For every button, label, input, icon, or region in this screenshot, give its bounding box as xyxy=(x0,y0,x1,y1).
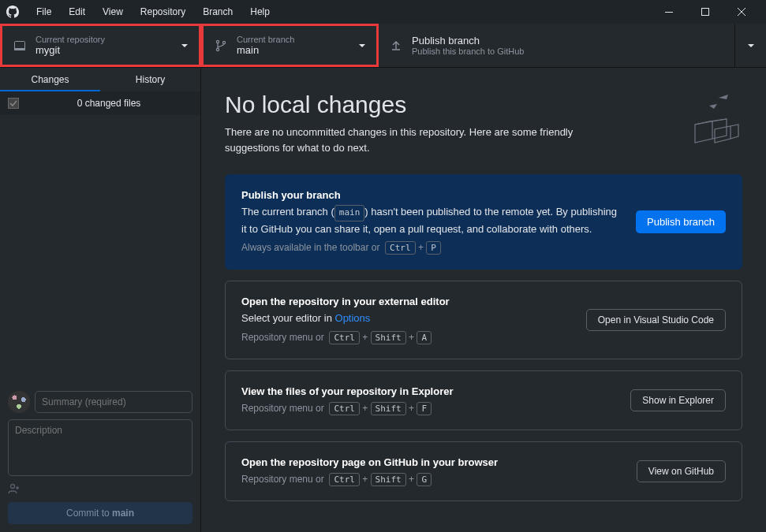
svg-point-6 xyxy=(222,41,225,43)
repo-label: Current repository xyxy=(35,35,175,44)
svg-rect-0 xyxy=(665,12,673,13)
tab-history[interactable]: History xyxy=(100,68,200,91)
publish-branch-button[interactable]: Publish branch xyxy=(636,210,726,233)
add-coauthor-icon[interactable] xyxy=(8,483,192,494)
current-repository-selector[interactable]: Current repository mygit xyxy=(0,24,201,67)
avatar xyxy=(8,391,30,413)
card-publish-branch: Publish your branch The current branch (… xyxy=(225,174,742,270)
changed-files-header: 0 changed files xyxy=(0,91,200,115)
window-controls xyxy=(651,0,760,24)
card-hint: Repository menu or Ctrl + Shift + G xyxy=(241,473,621,486)
publish-branch-toolbar[interactable]: Publish branch Publish this branch to Gi… xyxy=(379,24,734,67)
card-title: Publish your branch xyxy=(241,189,620,201)
summary-input[interactable] xyxy=(35,391,192,413)
card-hint: Repository menu or Ctrl + Shift + F xyxy=(241,402,615,415)
page-title: No local changes xyxy=(225,91,671,118)
description-input[interactable] xyxy=(8,419,192,476)
svg-rect-1 xyxy=(702,9,709,16)
commit-form: Commit to main xyxy=(0,383,200,532)
card-show-explorer: View the files of your repository in Exp… xyxy=(225,370,742,430)
titlebar: File Edit View Repository Branch Help xyxy=(0,0,766,24)
branch-value: main xyxy=(237,44,353,56)
upload-icon xyxy=(390,39,402,52)
menu-branch[interactable]: Branch xyxy=(195,3,241,20)
menubar: File Edit View Repository Branch Help xyxy=(28,3,278,20)
commit-button[interactable]: Commit to main xyxy=(8,502,192,524)
card-title: Open the repository page on GitHub in yo… xyxy=(241,456,621,468)
card-desc: Select your editor in Options xyxy=(241,311,570,326)
repo-icon xyxy=(13,39,26,52)
options-link[interactable]: Options xyxy=(335,312,371,324)
minimize-button[interactable] xyxy=(651,0,687,24)
menu-repository[interactable]: Repository xyxy=(133,3,193,20)
open-editor-button[interactable]: Open in Visual Studio Code xyxy=(586,309,726,331)
card-view-github: Open the repository page on GitHub in yo… xyxy=(225,441,742,501)
chevron-down-icon xyxy=(181,44,188,47)
card-desc: The current branch (main) hasn't been pu… xyxy=(241,204,620,236)
card-title: Open the repository in your external edi… xyxy=(241,296,570,307)
card-hint: Always available in the toolbar or Ctrl … xyxy=(241,241,620,255)
show-explorer-button[interactable]: Show in Explorer xyxy=(630,389,726,411)
svg-point-5 xyxy=(216,48,219,50)
svg-point-7 xyxy=(11,485,15,489)
toolbar: Current repository mygit Current branch … xyxy=(0,24,766,68)
decorative-illustration xyxy=(671,91,742,147)
select-all-checkbox[interactable] xyxy=(8,98,19,109)
close-button[interactable] xyxy=(723,0,760,24)
sidebar-tabs: Changes History xyxy=(0,68,200,91)
publish-label: Publish branch xyxy=(412,35,723,47)
menu-help[interactable]: Help xyxy=(242,3,278,20)
branch-label: Current branch xyxy=(237,35,353,44)
svg-point-4 xyxy=(216,40,219,43)
view-github-button[interactable]: View on GitHub xyxy=(637,460,726,482)
toolbar-overflow[interactable] xyxy=(734,24,766,67)
main-content: No local changes There are no uncommitte… xyxy=(201,68,766,532)
repo-value: mygit xyxy=(35,44,175,56)
current-branch-selector[interactable]: Current branch main xyxy=(201,24,379,67)
changed-files-count: 0 changed files xyxy=(25,98,192,109)
menu-edit[interactable]: Edit xyxy=(61,3,93,20)
maximize-button[interactable] xyxy=(687,0,723,24)
chevron-down-icon xyxy=(359,44,365,47)
card-title: View the files of your repository in Exp… xyxy=(241,385,615,397)
menu-view[interactable]: View xyxy=(95,3,131,20)
publish-desc: Publish this branch to GitHub xyxy=(412,47,723,56)
page-subtitle: There are no uncommitted changes in this… xyxy=(225,125,611,155)
branch-icon xyxy=(215,39,227,52)
card-hint: Repository menu or Ctrl + Shift + A xyxy=(241,331,570,344)
card-open-editor: Open the repository in your external edi… xyxy=(225,281,742,359)
github-logo-icon xyxy=(6,6,19,18)
tab-changes[interactable]: Changes xyxy=(0,68,100,91)
sidebar: Changes History 0 changed files Commit t… xyxy=(0,68,201,532)
menu-file[interactable]: File xyxy=(28,3,59,20)
